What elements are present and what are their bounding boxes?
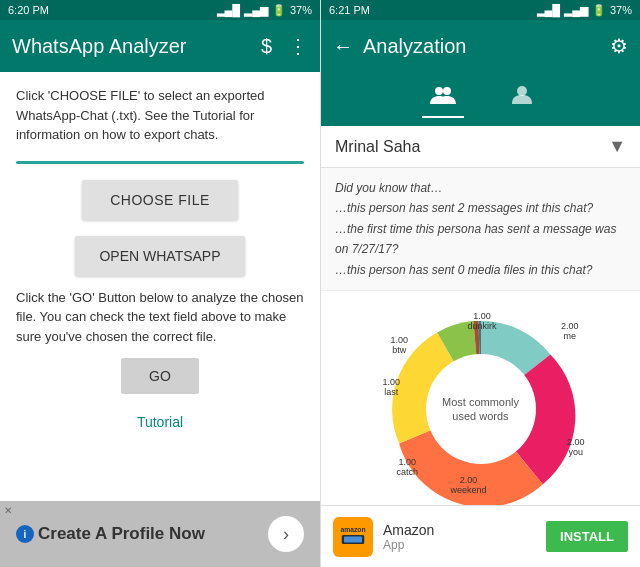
- did-you-know-panel: Did you know that… …this person has sent…: [321, 168, 640, 291]
- ad-logo: amazon: [333, 517, 373, 557]
- go-instruction-text: Click the 'GO' Button below to analyze t…: [16, 288, 304, 347]
- banner-arrow-button[interactable]: ›: [268, 516, 304, 552]
- battery-icon: 🔋: [272, 4, 286, 17]
- ad-info: Amazon App: [383, 522, 536, 552]
- svg-point-0: [435, 87, 443, 95]
- ad-name: Amazon: [383, 522, 536, 538]
- dollar-icon[interactable]: $: [261, 35, 272, 58]
- dropdown-arrow-icon[interactable]: ▼: [608, 136, 626, 157]
- banner-left: i Create A Profile Now: [16, 524, 205, 544]
- left-status-bar: 6:20 PM ▂▄█ ▂▄▆ 🔋 37%: [0, 0, 320, 20]
- left-panel: 6:20 PM ▂▄█ ▂▄▆ 🔋 37% WhatsApp Analyzer …: [0, 0, 320, 567]
- banner-text: Create A Profile Now: [38, 524, 205, 544]
- ad-logo-text: amazon: [338, 520, 368, 553]
- menu-icon[interactable]: ⋮: [288, 34, 308, 58]
- svg-point-2: [517, 86, 527, 96]
- left-status-icons: ▂▄█ ▂▄▆ 🔋 37%: [217, 4, 312, 17]
- svg-point-1: [443, 87, 451, 95]
- divider: [16, 161, 304, 164]
- right-wifi-icon: ▂▄█: [537, 4, 561, 17]
- app-title: WhatsApp Analyzer: [12, 35, 187, 58]
- tutorial-link[interactable]: Tutorial: [137, 414, 183, 430]
- right-app-title: Analyzation: [363, 35, 466, 58]
- banner-ad: ✕ i Create A Profile Now ›: [0, 501, 320, 567]
- tab-bar: [321, 72, 640, 126]
- instruction-text: Click 'CHOOSE FILE' to select an exporte…: [16, 86, 304, 145]
- svg-rect-6: [344, 537, 362, 543]
- banner-close-icon[interactable]: ✕: [4, 505, 12, 516]
- left-top-bar: WhatsApp Analyzer $ ⋮: [0, 20, 320, 72]
- svg-text:amazon: amazon: [340, 526, 365, 533]
- right-status-time: 6:21 PM: [329, 4, 370, 16]
- tab-person[interactable]: [504, 80, 540, 118]
- right-top-bar-left: ← Analyzation: [333, 35, 466, 58]
- dyk-line-1: Did you know that… …this person has sent…: [335, 178, 626, 280]
- bottom-ad: amazon Amazon App INSTALL: [321, 505, 640, 567]
- right-battery-percent: 37%: [610, 4, 632, 16]
- chart-container: Most commonly used words 1.00dunkirk 2.0…: [321, 291, 640, 505]
- ad-sub: App: [383, 538, 536, 552]
- wifi-icon: ▂▄█: [217, 4, 241, 17]
- left-status-time: 6:20 PM: [8, 4, 49, 16]
- signal-icon: ▂▄▆: [244, 4, 268, 17]
- right-status-bar: 6:21 PM ▂▄█ ▂▄▆ 🔋 37%: [321, 0, 640, 20]
- back-icon[interactable]: ←: [333, 35, 353, 58]
- open-whatsapp-button[interactable]: OPEN WHATSAPP: [75, 236, 244, 276]
- top-bar-icons: $ ⋮: [261, 34, 308, 58]
- right-status-icons: ▂▄█ ▂▄▆ 🔋 37%: [537, 4, 632, 17]
- left-content: Click 'CHOOSE FILE' to select an exporte…: [0, 72, 320, 501]
- right-content: Mrinal Saha ▼ Did you know that… …this p…: [321, 126, 640, 505]
- go-button[interactable]: GO: [121, 358, 199, 394]
- person-name: Mrinal Saha: [335, 138, 420, 156]
- battery-percent: 37%: [290, 4, 312, 16]
- choose-file-button[interactable]: CHOOSE FILE: [82, 180, 238, 220]
- right-panel: 6:21 PM ▂▄█ ▂▄▆ 🔋 37% ← Analyzation ⚙: [320, 0, 640, 567]
- person-selector[interactable]: Mrinal Saha ▼: [321, 126, 640, 168]
- right-top-bar: ← Analyzation ⚙: [321, 20, 640, 72]
- donut-hole: [426, 354, 536, 464]
- right-battery-icon: 🔋: [592, 4, 606, 17]
- tab-group[interactable]: [422, 80, 464, 118]
- donut-chart: Most commonly used words 1.00dunkirk 2.0…: [371, 299, 591, 505]
- install-button[interactable]: INSTALL: [546, 521, 628, 552]
- banner-info-icon[interactable]: i: [16, 525, 34, 543]
- settings-icon[interactable]: ⚙: [610, 34, 628, 58]
- right-signal-icon: ▂▄▆: [564, 4, 588, 17]
